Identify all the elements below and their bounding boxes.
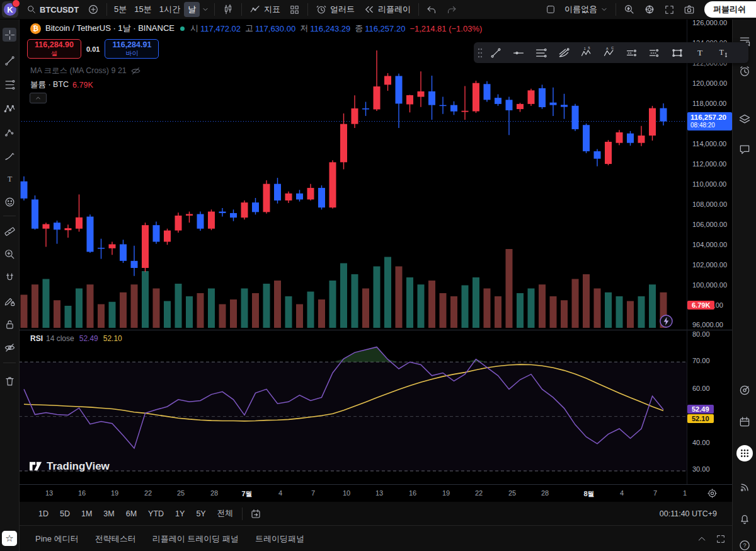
range-button[interactable]: 전체 <box>212 506 239 521</box>
chat-button[interactable] <box>738 142 752 156</box>
symbol-search-button[interactable]: BTCUSDT <box>22 1 83 18</box>
crosshair-tool-button[interactable] <box>3 28 16 42</box>
pattern-tool-button[interactable] <box>3 102 16 115</box>
fav-text-button[interactable]: T <box>689 44 711 62</box>
goto-date-button[interactable] <box>246 506 266 522</box>
interval-button[interactable]: 5분 <box>110 2 130 17</box>
tradingview-logo[interactable]: TradingView <box>29 460 110 473</box>
range-button[interactable]: 5D <box>54 506 76 521</box>
toolbar-separator <box>242 508 243 520</box>
time-axis[interactable]: 1316192225287월47101316192225288월471 <box>19 484 732 502</box>
lock-drawings-button[interactable] <box>3 317 16 331</box>
price-axis[interactable]: 126,000.00124,000.00122,000.00120,000.00… <box>687 19 733 484</box>
save-layout-checkbox[interactable] <box>541 1 560 18</box>
prediction-tool-button[interactable] <box>3 125 16 139</box>
volume-legend[interactable]: 볼륨 · BTC 6.79K <box>30 79 93 90</box>
chart-style-button[interactable] <box>218 1 238 18</box>
sell-button[interactable]: 116,284.90 셀 <box>27 39 81 59</box>
panel-expand-chevron-icon[interactable] <box>697 534 707 544</box>
fav-forecast-button[interactable] <box>644 44 665 62</box>
fib-tool-button[interactable] <box>3 78 16 91</box>
fav-rectangle-button[interactable] <box>667 44 688 62</box>
trend-line-tool-button[interactable] <box>3 54 16 67</box>
range-button[interactable]: 1D <box>33 506 54 521</box>
range-button[interactable]: 1Y <box>169 506 190 521</box>
account-avatar[interactable]: K <box>2 1 18 18</box>
notification-badge <box>12 0 20 8</box>
ideas-button[interactable] <box>738 383 752 397</box>
notifications-button[interactable] <box>738 512 752 526</box>
range-button[interactable]: 1M <box>76 506 98 521</box>
alerts-panel-button[interactable] <box>738 64 752 78</box>
axis-tick-label: 112,000.00 <box>692 160 726 168</box>
fav-elliott-correction-button[interactable]: AC <box>598 44 620 62</box>
quick-trade-lightning-icon[interactable] <box>659 314 673 328</box>
bottom-panel-tab[interactable]: 전략테스터 <box>95 533 136 545</box>
ma-cross-legend[interactable]: MA 크로스 (MA Cross) 9 21 <box>30 66 141 76</box>
quick-search-icon <box>624 4 635 15</box>
zoom-tool-button[interactable] <box>3 247 16 261</box>
settings-button[interactable] <box>639 1 660 18</box>
interval-button[interactable]: 1시간 <box>156 2 184 17</box>
snapshot-button[interactable] <box>679 1 699 18</box>
interval-button[interactable]: 날 <box>184 2 200 17</box>
brush-tool-button[interactable] <box>3 148 16 162</box>
remove-drawings-button[interactable] <box>3 374 16 388</box>
axis-settings-gear-icon[interactable] <box>707 488 718 499</box>
redo-button[interactable] <box>442 1 461 18</box>
legend-collapse-button[interactable] <box>30 93 47 103</box>
fav-horizontal-line-button[interactable] <box>508 44 529 62</box>
undo-button[interactable] <box>422 1 442 18</box>
object-tree-button[interactable] <box>738 112 752 126</box>
axis-tick-label: 60.00 <box>692 385 710 392</box>
bottom-panel-tab[interactable]: Pine 에디터 <box>35 533 79 545</box>
text-tool-button[interactable]: T <box>3 172 16 186</box>
fav-elliott-impulse-button[interactable]: 15 <box>576 44 597 62</box>
fav-trend-line-button[interactable] <box>485 44 507 62</box>
rsi-legend[interactable]: RSI 14 close 52.49 52.10 <box>30 334 122 343</box>
range-button[interactable]: 6M <box>120 506 142 521</box>
compare-add-button[interactable] <box>83 1 103 18</box>
calendar-button[interactable] <box>738 415 752 429</box>
bottom-panel-tab[interactable]: 트레이딩패널 <box>255 533 304 545</box>
range-button[interactable]: 3M <box>98 506 120 521</box>
measure-tool-button[interactable] <box>3 224 16 238</box>
buy-button[interactable]: 116,284.91 바이 <box>105 39 159 59</box>
fullscreen-button[interactable] <box>660 1 679 18</box>
chart-area[interactable]: ₿ Bitcoin / TetherUS · 1날 · BINANCE 시 11… <box>19 19 687 484</box>
interval-menu-button[interactable] <box>200 1 211 18</box>
interval-button[interactable]: 15분 <box>130 2 155 17</box>
symbol-title[interactable]: Bitcoin / TetherUS · 1날 · BINANCE <box>45 23 175 34</box>
fav-long-position-button[interactable] <box>621 44 643 62</box>
alert-button[interactable]: 얼러트 <box>311 1 359 18</box>
publish-button[interactable]: 퍼블리쉬 <box>704 1 756 18</box>
drawing-mode-button[interactable] <box>3 294 16 308</box>
rsi-pane[interactable] <box>19 330 687 484</box>
floating-drawing-toolbar: 15 AC T T <box>474 42 748 63</box>
drag-handle-icon[interactable] <box>476 47 484 59</box>
fav-pitchfork-button[interactable] <box>553 44 575 62</box>
help-button[interactable]: ? <box>738 538 752 551</box>
fav-anchored-text-button[interactable]: T <box>712 44 733 62</box>
range-button[interactable]: YTD <box>142 506 169 521</box>
undo-icon <box>427 4 437 15</box>
bottom-panel-tab[interactable]: 리플레이 트레이딩 패널 <box>152 533 239 545</box>
layout-name-button[interactable]: 이름없음 <box>560 1 612 18</box>
fav-parallel-channel-button[interactable] <box>530 44 552 62</box>
quick-search-button[interactable] <box>619 1 639 18</box>
emoji-tool-button[interactable] <box>3 195 16 209</box>
layout-grid-button[interactable] <box>285 1 304 18</box>
magnet-tool-button[interactable] <box>3 270 16 284</box>
clock-timezone[interactable]: 00:11:40 UTC+9 <box>660 509 717 518</box>
indicators-button[interactable]: 지표 <box>245 1 285 18</box>
hide-drawings-button[interactable] <box>3 340 16 354</box>
apps-menu-button[interactable] <box>736 445 753 461</box>
pane-divider[interactable] <box>19 330 732 330</box>
range-button[interactable]: 5Y <box>190 506 211 521</box>
eye-off-icon[interactable] <box>130 66 141 76</box>
favorites-toolbar-toggle[interactable]: ☆ <box>2 531 17 546</box>
streams-button[interactable] <box>738 480 752 494</box>
ruler-icon <box>4 225 16 237</box>
panel-maximize-icon[interactable] <box>716 534 726 544</box>
replay-button[interactable]: 리플레이 <box>359 1 415 18</box>
